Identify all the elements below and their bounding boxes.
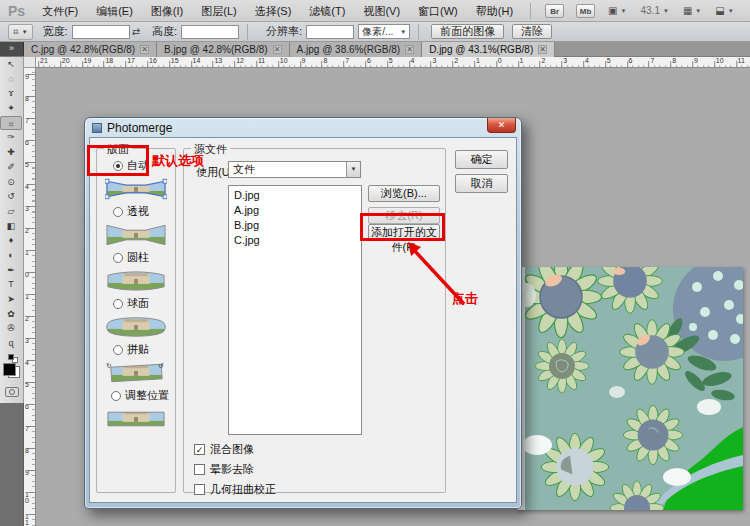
layout-radio-row[interactable]: 拼贴 — [113, 342, 167, 357]
file-list-item[interactable]: C.jpg — [229, 233, 361, 248]
radio-icon[interactable] — [111, 391, 121, 401]
checkbox-icon[interactable] — [194, 464, 205, 475]
switch-colors-icon[interactable] — [8, 354, 14, 360]
view-extras-button[interactable]: ▣ ▼ — [608, 5, 626, 16]
file-list-item[interactable]: B.jpg — [229, 218, 361, 233]
path-selection-tool[interactable]: ➤ — [0, 292, 22, 307]
ruler-number: 1 0 — [25, 492, 29, 504]
chevron-down-icon: ▼ — [695, 8, 701, 14]
width-input[interactable] — [72, 25, 130, 39]
checkbox-icon[interactable] — [194, 444, 205, 455]
tab-close-icon[interactable]: ✕ — [538, 45, 547, 54]
tool-preset-picker[interactable]: ⌗ ▼ — [8, 24, 33, 40]
arrange-documents-button[interactable]: ▦ ▼ — [683, 5, 701, 16]
dialog-close-button[interactable]: ✕ — [487, 118, 516, 133]
cancel-button[interactable]: 取消 — [455, 174, 508, 193]
layout-radio-row[interactable]: 球面 — [113, 296, 167, 311]
clone-stamp-tool[interactable]: ⊙ — [0, 175, 22, 190]
menu-item[interactable]: 文件(F) — [33, 0, 87, 22]
vertical-ruler[interactable]: 98765432101234567891 01 1 — [24, 57, 36, 526]
checkbox-row[interactable]: 晕影去除 — [194, 462, 254, 477]
document-tab[interactable]: D.jpg @ 43.1%(RGB/8) ✕ — [422, 42, 555, 57]
ruler-number: 7 — [650, 57, 654, 64]
source-file-list[interactable]: D.jpgA.jpgB.jpgC.jpg — [228, 185, 362, 435]
menu-item[interactable]: 选择(S) — [246, 0, 301, 22]
bridge-launcher-button[interactable]: Br — [545, 4, 564, 18]
resolution-unit-select[interactable]: 像素/... ▼ — [358, 24, 410, 39]
gradient-tool[interactable]: ◧ — [0, 219, 22, 234]
mini-bridge-button[interactable]: Mb — [576, 4, 595, 18]
tab-close-icon[interactable]: ✕ — [405, 45, 414, 54]
menu-item[interactable]: 图像(I) — [142, 0, 192, 22]
tab-close-icon[interactable]: ✕ — [273, 45, 282, 54]
document-tab[interactable]: B.jpg @ 42.8%(RGB/8) ✕ — [157, 42, 290, 57]
menu-separator — [530, 3, 531, 19]
checkbox-icon[interactable] — [194, 484, 205, 495]
radio-icon[interactable] — [113, 299, 123, 309]
ok-button[interactable]: 确定 — [455, 150, 508, 169]
menu-item[interactable]: 帮助(H) — [467, 0, 522, 22]
ruler-number: 8 — [25, 96, 29, 102]
document-tab[interactable]: C.jpg @ 42.8%(RGB/8) ✕ — [24, 42, 157, 57]
file-list-item[interactable]: D.jpg — [229, 188, 361, 203]
menu-bar: Ps 文件(F)编辑(E)图像(I)图层(L)选择(S)滤镜(T)视图(V)窗口… — [0, 0, 750, 22]
checkbox-row[interactable]: 混合图像 — [194, 442, 254, 457]
screen-mode-button[interactable]: ⬓ ▼ — [715, 5, 733, 16]
collapse-panels-button[interactable]: » — [0, 42, 24, 56]
quick-mask-button[interactable] — [5, 387, 19, 397]
front-image-button[interactable]: 前面的图像 — [431, 24, 504, 39]
menu-item[interactable]: 窗口(W) — [409, 0, 467, 22]
resolution-label: 分辨率: — [266, 24, 302, 39]
ruler-number: 8 — [323, 57, 327, 64]
custom-shape-tool[interactable]: ✿ — [0, 307, 22, 322]
radio-icon[interactable] — [113, 253, 123, 263]
resolution-input[interactable] — [306, 25, 354, 39]
radio-icon[interactable] — [113, 345, 123, 355]
hand-tool[interactable]: ✇ — [0, 321, 22, 336]
menu-item[interactable]: 图层(L) — [192, 0, 245, 22]
brush-tool[interactable]: ✐ — [0, 160, 22, 175]
use-select[interactable]: 文件 ▼ — [228, 161, 361, 178]
pen-tool[interactable]: ✒ — [0, 263, 22, 278]
layout-thumbnail — [105, 222, 167, 248]
clear-button[interactable]: 清除 — [512, 24, 552, 39]
layout-radio-row[interactable]: 圆柱 — [113, 250, 167, 265]
quick-selection-tool[interactable]: ✦ — [0, 101, 22, 116]
eraser-tool[interactable]: ▱ — [0, 204, 22, 219]
crop-tool[interactable]: ⌗ — [0, 116, 22, 131]
type-tool[interactable]: T — [0, 277, 22, 292]
color-swatches[interactable] — [0, 354, 22, 384]
browse-button[interactable]: 浏览(B)... — [368, 185, 440, 202]
foreground-color-swatch[interactable] — [3, 363, 16, 376]
swap-dimensions-icon[interactable]: ⇄ — [132, 26, 140, 37]
document-tab[interactable]: A.jpg @ 38.6%(RGB/8) ✕ — [290, 42, 423, 57]
move-tool[interactable]: ↖ — [0, 57, 22, 72]
ruler-number: 1 — [25, 250, 29, 256]
menu-item[interactable]: 编辑(E) — [87, 0, 142, 22]
dialog-titlebar[interactable]: Photomerge — [85, 118, 521, 137]
ruler-number: 1 1 — [25, 514, 29, 526]
dodge-tool[interactable]: ◐ — [0, 248, 22, 263]
menu-item[interactable]: 视图(V) — [354, 0, 409, 22]
marquee-tool[interactable]: ◌ — [0, 72, 22, 87]
eyedropper-tool[interactable]: ✑ — [0, 130, 22, 145]
height-input[interactable] — [181, 25, 239, 39]
tab-close-icon[interactable]: ✕ — [140, 45, 149, 54]
file-list-item[interactable]: A.jpg — [229, 203, 361, 218]
history-brush-tool[interactable]: ↺ — [0, 189, 22, 204]
document-tabs: C.jpg @ 42.8%(RGB/8) ✕ B.jpg @ 42.8%(RGB… — [24, 42, 555, 56]
horizontal-ruler[interactable]: 2120191817161514131211109876543210123456… — [36, 57, 750, 68]
blur-tool[interactable]: ♦ — [0, 233, 22, 248]
ruler-number: 1 — [476, 57, 480, 64]
checkbox-row[interactable]: 几何扭曲校正 — [194, 482, 276, 497]
radio-icon[interactable] — [113, 207, 123, 217]
menu-item[interactable]: 滤镜(T) — [300, 0, 354, 22]
layout-radio-row[interactable]: 调整位置 — [111, 388, 169, 403]
lasso-tool[interactable]: ɤ — [0, 86, 22, 101]
healing-brush-tool[interactable]: ✚ — [0, 145, 22, 160]
zoom-level-control[interactable]: 43.1 ▼ — [640, 5, 668, 16]
layout-radio-row[interactable]: 透视 — [113, 204, 167, 219]
ruler-number: 0 — [498, 57, 502, 64]
zoom-tool[interactable]: ɋ — [0, 336, 22, 351]
use-select-value: 文件 — [229, 162, 346, 177]
